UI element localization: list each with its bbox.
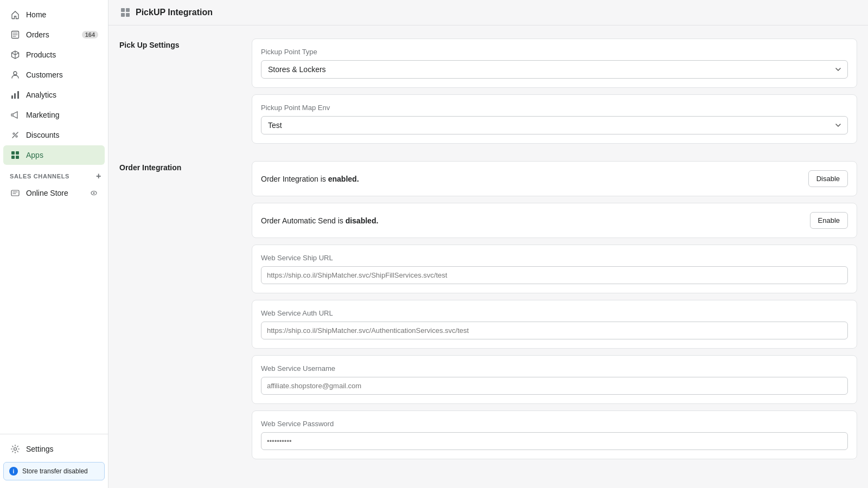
- web-service-password-card: Web Service Password: [252, 410, 857, 459]
- pickup-point-type-label: Pickup Point Type: [261, 48, 848, 56]
- enable-button[interactable]: Enable: [810, 212, 848, 229]
- sidebar-item-online-store[interactable]: Online Store: [3, 183, 105, 203]
- discounts-icon: [10, 130, 21, 140]
- svg-rect-15: [121, 8, 125, 12]
- orders-icon: [10, 29, 21, 40]
- sidebar-item-customers-label: Customers: [26, 70, 98, 79]
- products-icon: [10, 49, 21, 60]
- pickup-point-type-card: Pickup Point Type Stores & Lockers Store…: [252, 38, 857, 88]
- order-auto-send-status-card: Order Automatic Send is disabled. Enable: [252, 203, 857, 238]
- order-integration-section: Order Integration Order Integration is e…: [119, 161, 857, 459]
- svg-rect-10: [16, 156, 19, 159]
- svg-rect-4: [17, 91, 19, 99]
- sidebar-item-settings[interactable]: Settings: [3, 439, 105, 459]
- settings-icon: [10, 444, 21, 454]
- pickup-integration-icon: [119, 7, 131, 18]
- web-service-password-input[interactable]: [261, 432, 848, 450]
- orders-badge: 164: [82, 31, 98, 38]
- pickup-settings-label: Pick Up Settings: [119, 38, 239, 144]
- order-integration-status-text: Order Integration is enabled.: [261, 175, 359, 183]
- sidebar-item-marketing[interactable]: Marketing: [3, 105, 105, 125]
- customers-icon: [10, 69, 21, 80]
- sidebar-item-online-store-label: Online Store: [26, 189, 90, 197]
- svg-point-6: [16, 136, 17, 137]
- svg-rect-18: [126, 13, 130, 17]
- online-store-icon: [10, 188, 21, 198]
- svg-rect-3: [14, 93, 16, 99]
- web-service-username-card: Web Service Username: [252, 355, 857, 404]
- store-transfer-banner: i Store transfer disabled: [3, 462, 105, 480]
- svg-point-5: [13, 133, 15, 134]
- sidebar-item-home[interactable]: Home: [3, 5, 105, 24]
- sales-channels-section: SALES CHANNELS +: [0, 165, 108, 183]
- sidebar-item-apps[interactable]: Apps: [3, 145, 105, 165]
- sidebar-item-apps-label: Apps: [26, 151, 98, 159]
- svg-point-1: [14, 72, 17, 75]
- apps-icon: [10, 150, 21, 160]
- info-icon: i: [9, 467, 18, 476]
- svg-point-14: [14, 448, 17, 451]
- sidebar: Home Orders 164 Products: [0, 0, 108, 488]
- disable-button[interactable]: Disable: [808, 170, 848, 187]
- online-store-eye-icon[interactable]: [90, 189, 98, 197]
- page-header: PickUP Integration: [108, 0, 868, 25]
- order-integration-status-row: Order Integration is enabled. Disable: [261, 170, 848, 187]
- content-area: Pick Up Settings Pickup Point Type Store…: [108, 25, 868, 488]
- web-service-auth-url-input[interactable]: [261, 322, 848, 339]
- sidebar-item-discounts[interactable]: Discounts: [3, 125, 105, 145]
- svg-rect-8: [16, 151, 19, 155]
- svg-rect-16: [126, 8, 130, 12]
- pickup-settings-section: Pick Up Settings Pickup Point Type Store…: [119, 38, 857, 144]
- order-auto-send-status-row: Order Automatic Send is disabled. Enable: [261, 212, 848, 229]
- home-icon: [10, 9, 21, 20]
- web-service-auth-url-card: Web Service Auth URL: [252, 300, 857, 349]
- main-content: PickUP Integration Pick Up Settings Pick…: [108, 0, 868, 488]
- web-service-ship-url-label: Web Service Ship URL: [261, 254, 848, 262]
- order-integration-status-card: Order Integration is enabled. Disable: [252, 161, 857, 196]
- sidebar-nav: Home Orders 164 Products: [0, 0, 108, 434]
- order-auto-send-status-text: Order Automatic Send is disabled.: [261, 216, 378, 225]
- sidebar-item-products-label: Products: [26, 50, 98, 59]
- order-integration-cards: Order Integration is enabled. Disable Or…: [252, 161, 857, 459]
- sidebar-item-orders-label: Orders: [26, 30, 82, 39]
- web-service-username-input[interactable]: [261, 377, 848, 395]
- web-service-ship-url-input[interactable]: [261, 266, 848, 284]
- marketing-icon: [10, 110, 21, 120]
- svg-rect-17: [121, 13, 125, 17]
- pickup-settings-cards: Pickup Point Type Stores & Lockers Store…: [252, 38, 857, 144]
- sidebar-item-analytics-label: Analytics: [26, 91, 98, 99]
- sidebar-item-settings-label: Settings: [26, 445, 98, 453]
- web-service-username-label: Web Service Username: [261, 364, 848, 373]
- web-service-auth-url-label: Web Service Auth URL: [261, 309, 848, 317]
- sidebar-item-analytics[interactable]: Analytics: [3, 85, 105, 105]
- svg-rect-11: [11, 190, 19, 196]
- pickup-point-map-env-label: Pickup Point Map Env: [261, 104, 848, 112]
- web-service-ship-url-card: Web Service Ship URL: [252, 245, 857, 293]
- svg-rect-7: [11, 151, 15, 155]
- add-sales-channel-button[interactable]: +: [96, 172, 101, 181]
- pickup-point-map-env-select[interactable]: Test Production: [261, 116, 848, 134]
- svg-rect-9: [11, 156, 15, 159]
- sidebar-item-customers[interactable]: Customers: [3, 65, 105, 85]
- sidebar-item-discounts-label: Discounts: [26, 131, 98, 139]
- store-transfer-text: Store transfer disabled: [22, 467, 88, 475]
- sidebar-item-marketing-label: Marketing: [26, 111, 98, 119]
- pickup-point-type-select[interactable]: Stores & Lockers Stores Only Lockers Onl…: [261, 60, 848, 79]
- sidebar-item-home-label: Home: [26, 10, 98, 19]
- sidebar-item-products[interactable]: Products: [3, 45, 105, 65]
- pickup-point-map-env-card: Pickup Point Map Env Test Production: [252, 94, 857, 144]
- sidebar-item-orders[interactable]: Orders 164: [3, 25, 105, 44]
- svg-point-13: [93, 192, 95, 194]
- sidebar-bottom: Settings i Store transfer disabled: [0, 434, 108, 488]
- page-title: PickUP Integration: [136, 8, 213, 17]
- order-integration-label: Order Integration: [119, 161, 239, 459]
- svg-rect-2: [11, 95, 13, 99]
- web-service-password-label: Web Service Password: [261, 420, 848, 428]
- analytics-icon: [10, 89, 21, 100]
